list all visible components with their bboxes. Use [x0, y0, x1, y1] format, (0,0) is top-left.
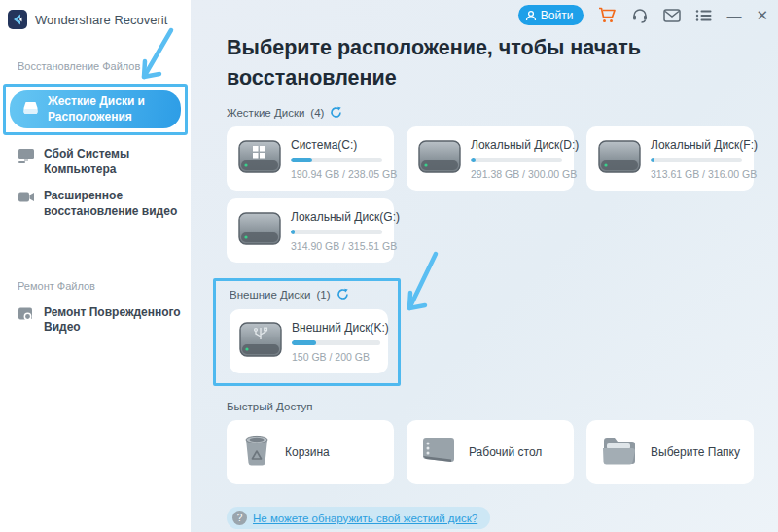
drive-card-c[interactable]: Система(C:) 190.94 GB / 238.05 GB — [227, 126, 394, 191]
sidebar: Wondershare Recoverit Восстановление Фай… — [0, 0, 191, 532]
drive-capacity: 190.94 GB / 238.05 GB — [291, 168, 382, 180]
question-icon: ? — [232, 511, 247, 525]
drive-info: Локальный Диск(D:) 291.38 GB / 300.00 GB — [471, 138, 562, 180]
external-disks-label: Внешние Диски — [230, 289, 310, 301]
refresh-icon[interactable] — [330, 106, 342, 119]
hard-disks-row-2: Локальный Диск(G:) 314.90 GB / 315.51 GB — [227, 198, 778, 263]
help-pill[interactable]: ? Не можете обнаружить свой жесткий диск… — [227, 507, 490, 529]
quick-access-recycle-bin[interactable]: Корзина — [227, 420, 394, 484]
main-area: Войти — [191, 0, 778, 532]
drive-name: Локальный Диск(D:) — [471, 138, 562, 152]
local-drive-icon — [598, 140, 641, 177]
video-repair-icon — [18, 306, 35, 327]
sidebar-item-label: Ремонт Поврежденного Видео — [44, 305, 183, 336]
drive-capacity: 150 GB / 200 GB — [292, 351, 380, 363]
minimize-button[interactable]: — — [726, 8, 741, 22]
capacity-bar — [292, 340, 380, 345]
person-icon — [525, 10, 537, 21]
external-disks-section-header: Внешние Диски (1) — [230, 288, 390, 301]
recoverit-window: Wondershare Recoverit Восстановление Фай… — [0, 0, 778, 532]
drive-info: Локальный Диск(F:) 313.61 GB / 316.00 GB — [651, 138, 742, 180]
page-title: Выберите расположение, чтобы начать восс… — [227, 33, 664, 93]
menu-list-icon[interactable] — [695, 9, 712, 22]
quick-access-row: Корзина Рабочий стол — [227, 420, 778, 484]
sidebar-item-label: Жесткие Диски и Расположения — [48, 94, 173, 124]
quick-access-label-text: Корзина — [285, 445, 330, 459]
recycle-bin-icon — [242, 434, 271, 471]
external-usb-drive-icon — [239, 322, 282, 361]
close-button[interactable]: ✕ — [756, 8, 768, 22]
hard-disks-section-header: Жесткие Диски (4) — [227, 106, 778, 119]
cart-icon[interactable] — [598, 7, 617, 23]
drive-card-f[interactable]: Локальный Диск(F:) 313.61 GB / 316.00 GB — [586, 126, 754, 191]
capacity-bar — [471, 158, 562, 162]
computer-icon — [18, 148, 35, 168]
sidebar-item-enhanced-video-recovery[interactable]: Расширенное восстановление видео — [0, 189, 191, 219]
hard-disks-row-1: Система(C:) 190.94 GB / 238.05 GB Локаль… — [227, 126, 778, 191]
drive-info: Внешний Диск(K:) 150 GB / 200 GB — [292, 321, 380, 363]
annotation-highlight-external-disks: Внешние Диски (1) — [213, 278, 401, 386]
drive-info: Система(C:) 190.94 GB / 238.05 GB — [291, 138, 382, 180]
capacity-bar — [291, 158, 382, 162]
video-camera-icon — [18, 190, 35, 208]
sidebar-item-hard-drives[interactable]: Жесткие Диски и Расположения — [10, 90, 181, 128]
desktop-icon — [422, 436, 455, 469]
capacity-bar — [291, 230, 382, 234]
hard-drive-icon — [22, 101, 39, 119]
local-drive-icon — [418, 140, 461, 177]
drive-info: Локальный Диск(G:) 314.90 GB / 315.51 GB — [291, 210, 382, 252]
annotation-highlight-sidebar: Жесткие Диски и Расположения — [3, 84, 188, 135]
drive-capacity: 314.90 GB / 315.51 GB — [291, 240, 382, 252]
sidebar-section-file-recovery: Восстановление Файлов — [0, 60, 191, 72]
drive-capacity: 313.61 GB / 316.00 GB — [651, 168, 742, 180]
drive-name: Внешний Диск(K:) — [292, 321, 380, 335]
logo-row: Wondershare Recoverit — [0, 8, 191, 31]
sidebar-item-corrupted-video-repair[interactable]: Ремонт Поврежденного Видео — [0, 305, 191, 336]
drive-card-g[interactable]: Локальный Диск(G:) 314.90 GB / 315.51 GB — [227, 198, 394, 263]
support-headset-icon[interactable] — [631, 7, 649, 23]
folder-icon — [602, 436, 637, 469]
quick-access-label-text: Выберите Папку — [651, 445, 740, 459]
sidebar-item-label: Расширенное восстановление видео — [44, 189, 183, 219]
help-link: Не можете обнаружить свой жесткий диск? — [253, 513, 477, 524]
drive-name: Локальный Диск(F:) — [651, 138, 742, 152]
hard-disks-count: (4) — [310, 107, 324, 119]
mail-icon[interactable] — [663, 9, 681, 22]
drive-name: Система(C:) — [291, 138, 382, 152]
titlebar-controls: Войти — [518, 5, 768, 25]
recoverit-logo-icon — [8, 10, 27, 29]
quick-access-label-text: Рабочий стол — [469, 445, 542, 459]
system-drive-icon — [238, 140, 281, 177]
capacity-bar — [651, 158, 742, 162]
app-title: Wondershare Recoverit — [35, 13, 167, 27]
refresh-icon[interactable] — [336, 288, 349, 301]
sidebar-section-file-repair: Ремонт Файлов — [0, 280, 191, 292]
quick-access-select-folder[interactable]: Выберите Папку — [586, 420, 754, 484]
quick-access-desktop[interactable]: Рабочий стол — [407, 420, 574, 484]
login-label: Войти — [541, 9, 574, 22]
login-button[interactable]: Войти — [518, 5, 584, 25]
drive-capacity: 291.38 GB / 300.00 GB — [471, 168, 562, 180]
sidebar-item-label: Сбой Системы Компьютера — [44, 147, 183, 177]
drive-card-k-external[interactable]: Внешний Диск(K:) 150 GB / 200 GB — [230, 309, 388, 373]
external-disks-count: (1) — [316, 289, 330, 301]
hard-disks-label: Жесткие Диски — [227, 107, 304, 119]
quick-access-label: Быстрый Доступ — [227, 401, 778, 412]
local-drive-icon — [238, 212, 281, 249]
sidebar-item-crashed-computer[interactable]: Сбой Системы Компьютера — [0, 147, 191, 177]
drive-name: Локальный Диск(G:) — [291, 210, 382, 224]
drive-card-d[interactable]: Локальный Диск(D:) 291.38 GB / 300.00 GB — [407, 126, 574, 191]
